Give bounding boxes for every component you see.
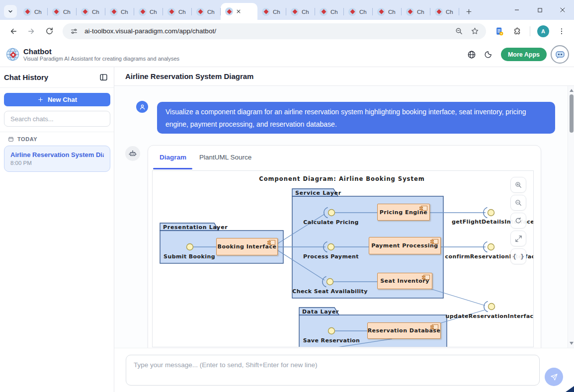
zoom-in-button[interactable] — [510, 177, 526, 193]
browser-tab[interactable]: Ch — [105, 3, 134, 20]
globe-icon — [467, 50, 476, 59]
tab-search-button[interactable] — [4, 5, 17, 18]
conversation-titlebar: Airline Reservation System Diagram — [114, 67, 574, 86]
active-tab-underline — [153, 168, 192, 169]
docs-extension-button[interactable] — [492, 24, 507, 39]
chat-scrollbar[interactable] — [568, 86, 574, 348]
tab-title: Ch — [92, 9, 99, 15]
browser-tab[interactable]: Ch — [77, 3, 105, 20]
window-controls — [505, 0, 574, 20]
vp-favicon-icon — [320, 8, 328, 16]
tab-plantuml-source[interactable]: PlantUML Source — [199, 154, 251, 161]
user-avatar — [136, 101, 148, 113]
browser-toolbar: ai-toolbox.visual-paradigm.com/app/chatb… — [0, 20, 574, 42]
minimize-icon — [514, 7, 520, 13]
maximize-button[interactable] — [528, 0, 551, 20]
chat-item-title: Airline Reservation System Dia... — [10, 151, 104, 158]
chat-history-item[interactable]: Airline Reservation System Dia... 8:00 P… — [4, 146, 110, 172]
browser-menu-button[interactable] — [554, 24, 569, 39]
tab-diagram[interactable]: Diagram — [160, 154, 186, 161]
browser-tab[interactable]: Ch — [315, 3, 344, 20]
vp-favicon-icon — [110, 8, 118, 16]
browser-tab[interactable]: Ch — [134, 3, 163, 20]
scroll-up-arrow-icon[interactable] — [570, 89, 574, 92]
scroll-down-arrow-icon[interactable] — [570, 342, 574, 345]
sidebar-divider — [0, 132, 114, 132]
more-apps-button[interactable]: More Apps — [501, 48, 547, 61]
fit-content-button[interactable]: { } — [510, 248, 526, 264]
scrollbar-thumb[interactable] — [570, 94, 574, 133]
expand-icon — [515, 235, 522, 242]
new-chat-button[interactable]: New Chat — [4, 93, 110, 106]
zoom-reset-button[interactable] — [510, 213, 526, 229]
back-button[interactable] — [6, 24, 21, 39]
search-chats-input[interactable] — [4, 111, 110, 127]
bookmark-button[interactable] — [469, 26, 480, 37]
vp-favicon-icon — [291, 8, 299, 16]
component-icon — [269, 240, 275, 245]
port-label: Submit Booking — [164, 253, 215, 260]
sidebar-title: Chat History — [4, 73, 48, 81]
browser-tab[interactable]: Ch — [192, 3, 221, 20]
component-icon — [421, 206, 427, 211]
fullscreen-button[interactable] — [510, 231, 526, 246]
reset-view-icon — [514, 217, 522, 225]
person-icon — [139, 103, 146, 111]
zoom-out-button[interactable] — [510, 195, 526, 211]
send-button[interactable] — [545, 368, 563, 386]
puzzle-icon — [513, 27, 522, 36]
tab-title: Ch — [359, 9, 367, 15]
close-icon — [560, 7, 566, 13]
chevron-down-icon — [7, 8, 13, 14]
package-label-presentation: Presentation Layer — [163, 224, 228, 231]
browser-tab-active[interactable] — [221, 3, 257, 20]
profile-avatar[interactable]: A — [537, 25, 549, 37]
chat-item-time: 8:00 PM — [10, 160, 104, 166]
robot-icon — [128, 149, 137, 158]
extensions-button[interactable] — [510, 24, 525, 39]
vp-favicon-icon — [262, 8, 270, 16]
message-input[interactable] — [126, 355, 540, 386]
minimize-button[interactable] — [505, 0, 528, 20]
site-settings-button[interactable] — [69, 26, 80, 37]
port-label: Calculate Pricing — [303, 219, 358, 226]
dark-mode-button[interactable] — [480, 46, 497, 63]
tab-close-icon[interactable] — [236, 9, 241, 14]
card-tabs: Diagram PlantUML Source — [148, 146, 251, 168]
tab-separator — [459, 8, 459, 15]
tabs-before: ChChChChChChCh — [19, 3, 221, 20]
reload-button[interactable] — [42, 24, 57, 39]
diagram-viewport[interactable]: Component Diagram: Airline Booking Syste… — [152, 170, 534, 347]
language-button[interactable] — [463, 46, 480, 63]
chatbot-logo — [551, 45, 569, 64]
browser-tab[interactable]: Ch — [430, 3, 459, 20]
tab-title: Ch — [63, 9, 71, 15]
zoom-indicator-button[interactable] — [453, 26, 464, 37]
plus-icon — [466, 8, 472, 15]
forward-button[interactable] — [24, 24, 39, 39]
browser-tab[interactable]: Ch — [257, 3, 286, 20]
browser-tab[interactable]: Ch — [163, 3, 192, 20]
address-bar[interactable]: ai-toolbox.visual-paradigm.com/app/chatb… — [63, 23, 486, 39]
port-label: Check Seat Availability — [292, 288, 367, 295]
tab-title: Ch — [150, 9, 157, 15]
magnifier-icon — [455, 27, 463, 35]
browser-tab[interactable]: Ch — [286, 3, 315, 20]
browser-tab[interactable]: Ch — [373, 3, 402, 20]
browser-tab[interactable]: Ch — [19, 3, 48, 20]
paper-plane-icon — [550, 373, 558, 381]
sidebar: Chat History New Chat TODAY Airline Rese… — [0, 67, 114, 392]
browser-tab[interactable]: Ch — [402, 3, 430, 20]
star-icon — [471, 27, 479, 35]
browser-tab[interactable]: Ch — [344, 3, 373, 20]
panel-collapse-icon[interactable] — [99, 73, 108, 81]
browser-tab[interactable]: Ch — [48, 3, 77, 20]
vp-favicon-icon — [167, 8, 175, 16]
vp-favicon-icon — [52, 8, 60, 16]
vp-favicon-icon — [196, 8, 204, 16]
new-tab-button[interactable] — [462, 5, 475, 18]
close-window-button[interactable] — [551, 0, 574, 20]
tab-title: Ch — [417, 9, 424, 15]
tab-title: Ch — [388, 9, 396, 15]
component-icon — [432, 324, 438, 329]
